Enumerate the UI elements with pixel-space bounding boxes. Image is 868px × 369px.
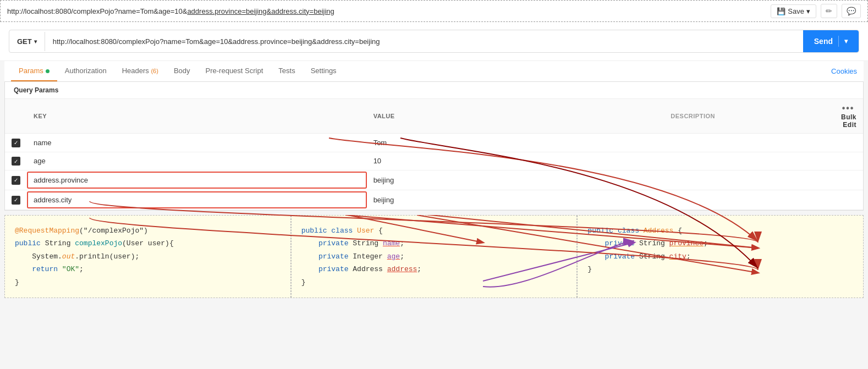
value-input-city[interactable]	[373, 196, 658, 204]
save-button[interactable]: 💾 Save ▾	[771, 4, 816, 18]
tab-authorization[interactable]: Authorization	[57, 61, 114, 81]
tab-prerequest[interactable]: Pre-request Script	[198, 61, 271, 81]
code-area-wrapper: @RequestMapping("/complexPojo") public S…	[4, 215, 864, 298]
comment-icon: 💬	[847, 7, 856, 15]
key-box-city	[27, 191, 367, 208]
checkbox-cell[interactable]	[5, 190, 27, 210]
method-label: GET	[17, 37, 32, 46]
key-cell-age	[27, 152, 367, 170]
code-line: private Address address;	[301, 263, 567, 276]
code-panel-user: public class User { private String name;…	[291, 216, 578, 298]
tab-settings[interactable]: Settings	[303, 61, 344, 81]
save-label: Save	[788, 7, 804, 15]
tab-cookies[interactable]: Cookies	[831, 62, 857, 81]
code-line: public class User {	[301, 224, 567, 237]
table-row	[5, 152, 863, 170]
value-cell-name	[367, 134, 664, 152]
save-icon: 💾	[777, 7, 785, 15]
key-box-province	[27, 172, 367, 189]
code-line: }	[587, 263, 853, 276]
value-input-province[interactable]	[373, 176, 658, 184]
actions-cell-age	[834, 152, 863, 170]
code-line: public class Address {	[587, 224, 853, 237]
th-actions: ••• Bulk Edit	[834, 99, 863, 134]
value-cell-city	[367, 190, 664, 210]
checkbox-name[interactable]	[12, 139, 20, 147]
key-input-name[interactable]	[34, 139, 360, 147]
table-row	[5, 134, 863, 152]
top-bar: http://localhost:8080/complexPojo?name=T…	[0, 0, 868, 22]
annotation: @RequestMapping	[15, 227, 79, 235]
value-input-age[interactable]	[373, 157, 658, 165]
top-bar-url: http://localhost:8080/complexPojo?name=T…	[7, 7, 771, 15]
code-line: private String province;	[587, 237, 853, 250]
tabs-bar: Params Authorization Headers (6) Body Pr…	[4, 61, 864, 82]
code-panel-address: public class Address { private String pr…	[577, 216, 863, 298]
comment-button[interactable]: 💬	[842, 4, 861, 18]
params-section: Query Params KEY VALUE DESCRIPTION ••• B…	[4, 82, 864, 211]
tab-params[interactable]: Params	[11, 61, 57, 81]
th-description: DESCRIPTION	[664, 99, 834, 134]
code-line: @RequestMapping("/complexPojo")	[15, 224, 281, 237]
query-params-label: Query Params	[5, 82, 863, 99]
url-input[interactable]	[45, 32, 803, 51]
method-select[interactable]: GET ▾	[9, 32, 45, 51]
code-line: System.out.println(user);	[15, 250, 281, 263]
request-bar: GET ▾ Send ▾	[9, 30, 859, 53]
app-wrapper: http://localhost:8080/complexPojo?name=T…	[0, 0, 868, 369]
edit-icon: ✏	[826, 7, 832, 15]
tab-body[interactable]: Body	[166, 61, 198, 81]
method-chevron-icon: ▾	[34, 38, 37, 45]
code-line: private Integer age;	[301, 250, 567, 263]
top-bar-actions: 💾 Save ▾ ✏ 💬	[771, 4, 861, 18]
desc-cell-province	[664, 170, 834, 190]
key-input-province[interactable]	[34, 176, 360, 184]
edit-button[interactable]: ✏	[821, 4, 837, 18]
code-line: return "OK";	[15, 263, 281, 276]
table-header-row: KEY VALUE DESCRIPTION ••• Bulk Edit	[5, 99, 863, 134]
code-line: public String complexPojo(User user){	[15, 237, 281, 250]
desc-cell-city	[664, 190, 834, 210]
code-line: private String city;	[587, 250, 853, 263]
desc-cell-age	[664, 152, 834, 170]
value-input-name[interactable]	[373, 139, 658, 147]
key-input-city[interactable]	[34, 196, 360, 204]
th-value: VALUE	[367, 99, 664, 134]
checkbox-age[interactable]	[12, 157, 20, 166]
key-cell-province	[27, 170, 367, 190]
value-cell-province	[367, 170, 664, 190]
code-panel-controller: @RequestMapping("/complexPojo") public S…	[5, 216, 291, 298]
checkbox-cell[interactable]	[5, 170, 27, 190]
key-input-age[interactable]	[34, 157, 360, 165]
code-line: private String name;	[301, 237, 567, 250]
checkbox-cell[interactable]	[5, 152, 27, 170]
actions-cell-name	[834, 134, 863, 152]
key-cell-city	[27, 190, 367, 210]
code-line: }	[301, 276, 567, 289]
code-line: }	[15, 276, 281, 289]
th-checkbox	[5, 99, 27, 134]
th-key: KEY	[27, 99, 367, 134]
params-table: KEY VALUE DESCRIPTION ••• Bulk Edit	[5, 99, 863, 210]
bulk-edit-button[interactable]: Bulk Edit	[841, 113, 856, 129]
checkbox-city[interactable]	[12, 196, 20, 205]
more-icon[interactable]: •••	[842, 103, 855, 113]
key-cell-name	[27, 134, 367, 152]
send-arrow-icon: ▾	[844, 37, 848, 45]
checkbox-cell[interactable]	[5, 134, 27, 152]
value-cell-age	[367, 152, 664, 170]
tab-headers[interactable]: Headers (6)	[114, 61, 166, 81]
table-row	[5, 190, 863, 210]
send-button[interactable]: Send ▾	[803, 30, 859, 52]
save-chevron-icon: ▾	[806, 7, 810, 15]
checkbox-province[interactable]	[12, 176, 20, 185]
actions-cell-province	[834, 170, 863, 190]
table-row	[5, 170, 863, 190]
actions-cell-city	[834, 190, 863, 210]
send-label: Send	[814, 37, 833, 46]
tab-tests[interactable]: Tests	[271, 61, 303, 81]
desc-cell-name	[664, 134, 834, 152]
code-panels: @RequestMapping("/complexPojo") public S…	[4, 215, 864, 298]
